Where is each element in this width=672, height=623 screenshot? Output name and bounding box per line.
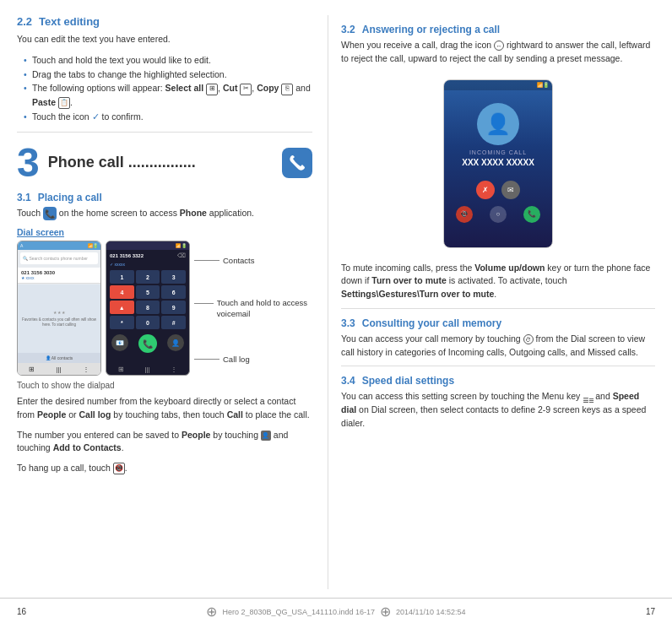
ps2-nav-back[interactable]: ⋮ xyxy=(171,366,177,373)
key-0[interactable]: 0 xyxy=(136,316,160,329)
section-32-num: 3.2 xyxy=(341,24,355,35)
ps-top-bar: A📶🔋 xyxy=(18,241,100,250)
ps2-contact-name: ✓ xxxxx xyxy=(106,262,189,268)
section-33-num: 3.3 xyxy=(341,317,355,329)
ps-search-bar: 🔍 Search contacts phone number xyxy=(20,252,98,264)
main-content: 2.2 Text editing You can edit the text y… xyxy=(0,0,672,598)
phone-home-icon: 📞 xyxy=(43,207,57,220)
call-memory-icon: ⏱ xyxy=(523,334,534,344)
section-31-title: Placing a call xyxy=(38,192,102,203)
dial-screen-label: Dial screen xyxy=(17,227,312,237)
callout-contacts: Contacts xyxy=(194,256,255,265)
section-22-body: You can edit the text you have entered. xyxy=(17,33,312,46)
section-31-para3: To hang up a call, touch 📵. xyxy=(17,462,312,475)
section-33-title: Consulting your call memory xyxy=(362,317,501,329)
section-3-title: Phone call ................ xyxy=(48,154,275,171)
divider-33-34 xyxy=(341,366,655,366)
hangup-icon: 📵 xyxy=(113,463,125,474)
key-3[interactable]: 3 xyxy=(161,270,186,284)
ic-end-btn[interactable]: 📵 xyxy=(456,206,473,223)
key-hash[interactable]: # xyxy=(161,316,186,329)
callout-calllog: Call log xyxy=(194,355,250,364)
ps2-keypad: 1 2 3 4 5 6 ▲ 8 9 * 0 # xyxy=(106,268,189,331)
key-star[interactable]: * xyxy=(110,316,134,329)
section-32-header: 3.2 Answering or rejecting a call xyxy=(341,24,655,35)
ic-avatar: 👤 xyxy=(477,103,519,145)
ps2-action-row: 📧 📞 👤 xyxy=(106,334,189,353)
key-9[interactable]: 9 xyxy=(161,301,186,314)
phone-screen-dialpad: 📶 🔋 021 3156 3322 ⌫ ✓ xxxxx 1 2 3 xyxy=(106,241,190,376)
section-32-title: Answering or rejecting a call xyxy=(362,24,500,35)
ps2-call-btn[interactable]: 📞 xyxy=(138,334,157,353)
section-31-body: Touch 📞 on the home screen to access Pho… xyxy=(17,207,312,220)
ps-favorites: ★ ★ ★ Favorites & contacts you call ofte… xyxy=(18,284,100,353)
footer-center: ⊕ Hero 2_8030B_QG_USA_141110.indd 16-17 … xyxy=(206,604,465,620)
bullet-item: The following options will appear: Selec… xyxy=(24,81,312,110)
bullet-item: Touch the icon ✓ to confirm. xyxy=(24,110,312,125)
dialpad-label: Touch to show the dialpad xyxy=(17,381,312,390)
ic-reject-btn[interactable]: ✗ xyxy=(476,181,495,199)
left-column: 2.2 Text editing You can edit the text y… xyxy=(17,15,328,589)
crosshair-left: ⊕ xyxy=(206,604,217,620)
key-4[interactable]: 4 xyxy=(110,285,134,299)
ps2-nav-home[interactable]: ⊞ xyxy=(118,366,124,373)
page-container: 2.2 Text editing You can edit the text y… xyxy=(0,0,672,623)
key-1[interactable]: 1 xyxy=(110,270,134,284)
callout-voicemail: Touch and hold to access voicemail xyxy=(194,298,312,319)
section-22-num: 2.2 xyxy=(17,15,32,28)
copy-icon: ⎘ xyxy=(281,84,293,95)
ps-bottom-bar: ⊞ ||| ⋮ xyxy=(18,363,100,375)
section-34-num: 3.4 xyxy=(341,375,355,387)
ic-message-btn[interactable]: ✉ xyxy=(501,181,520,199)
divider-32-33 xyxy=(341,308,655,309)
page-num-left: 16 xyxy=(17,607,26,616)
ps2-voicemail-btn[interactable]: 📧 xyxy=(111,334,128,351)
select-all-icon: ⊞ xyxy=(206,84,218,95)
confirm-icon: ✓ xyxy=(92,110,100,125)
incoming-call-screen: 📶🔋 👤 INCOMING CALL XXX XXXX XXXXX ✗ ✉ xyxy=(443,79,553,248)
save-icon: 👤 xyxy=(261,431,271,441)
ic-hold-btn[interactable]: ○ xyxy=(490,206,507,223)
section-33-body: You can access your call memory by touch… xyxy=(341,333,655,360)
cut-icon: ✂ xyxy=(240,84,252,95)
key-2[interactable]: 2 xyxy=(136,270,160,284)
ps2-bottom-nav: ⊞ ||| ⋮ xyxy=(106,364,189,375)
section-34-header: 3.4 Speed dial settings xyxy=(341,375,655,387)
key-8[interactable]: 8 xyxy=(136,301,160,314)
menu-icon: ≡ xyxy=(583,393,593,400)
ic-answer-btn[interactable]: 📞 xyxy=(523,206,540,223)
key-7[interactable]: ▲ xyxy=(110,301,134,314)
ps2-nav-menu[interactable]: ||| xyxy=(144,366,149,373)
dial-screen-area: A📶🔋 🔍 Search contacts phone number 021 3… xyxy=(17,241,312,376)
key-5[interactable]: 5 xyxy=(136,285,160,299)
phone-call-icon xyxy=(282,148,312,178)
right-inner: 3.2 Answering or rejecting a call When y… xyxy=(337,24,655,431)
drag-icon: ↔ xyxy=(494,41,504,51)
divider xyxy=(17,132,312,133)
ps2-contacts-btn[interactable]: 👤 xyxy=(167,334,184,351)
section-22-bullets: Touch and hold the text you would like t… xyxy=(17,53,312,125)
ps-all-contacts: 👤 All contacts xyxy=(18,353,100,363)
ps-contact-1: 021 3156 3030 ★ xxxx xyxy=(18,268,100,284)
section-3-num: 3 xyxy=(17,143,40,183)
ps2-number-bar: 021 3156 3322 ⌫ xyxy=(106,250,189,262)
paste-icon: 📋 xyxy=(58,97,70,109)
phone-screen-contacts: A📶🔋 🔍 Search contacts phone number 021 3… xyxy=(17,241,101,376)
section-31-header: 3.1 Placing a call xyxy=(17,192,312,203)
ic-action-buttons: ✗ ✉ xyxy=(476,181,520,199)
section-32-vol-text: To mute incoming calls, press the Volume… xyxy=(341,262,655,301)
timestamp: 2014/11/10 14:52:54 xyxy=(396,608,466,616)
page-num-right: 17 xyxy=(646,607,655,616)
section-31-para2: The number you entered can be saved to P… xyxy=(17,429,312,456)
section-34-body: You can access this setting screen by to… xyxy=(341,390,655,430)
screen-pair: A📶🔋 🔍 Search contacts phone number 021 3… xyxy=(17,241,312,376)
section-32-body: When you receive a call, drag the icon ↔… xyxy=(341,39,655,66)
key-6[interactable]: 6 xyxy=(161,285,186,299)
ic-number: XXX XXXX XXXXX xyxy=(462,158,534,167)
ic-status-label: INCOMING CALL xyxy=(469,149,527,155)
crosshair-right: ⊕ xyxy=(380,604,391,620)
incoming-call-image-container: 📶🔋 👤 INCOMING CALL XXX XXXX XXXXX ✗ ✉ xyxy=(341,73,655,255)
section-3-header: 3 Phone call ................ xyxy=(17,143,312,183)
section-33-header: 3.3 Consulting your call memory xyxy=(341,317,655,329)
right-column: 3.2 Answering or rejecting a call When y… xyxy=(328,15,655,589)
